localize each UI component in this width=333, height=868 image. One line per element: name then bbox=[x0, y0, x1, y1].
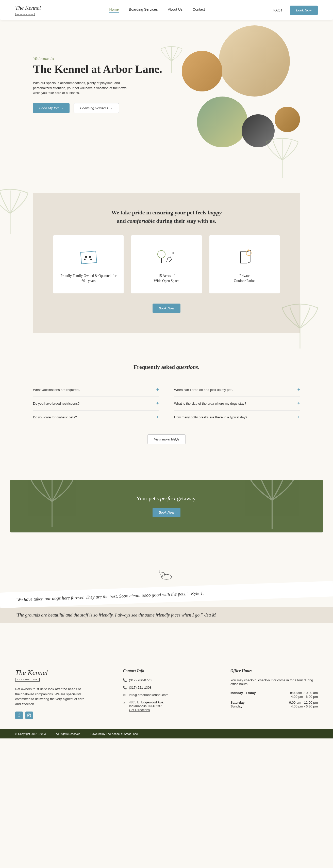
plus-icon: + bbox=[156, 401, 159, 406]
plus-icon: + bbox=[156, 387, 159, 393]
footer-description: Pet owners trust us to look after the ne… bbox=[15, 687, 86, 707]
hero-description: With our spacious accommodations, plenty… bbox=[33, 81, 129, 95]
paw-frame-icon bbox=[58, 245, 119, 268]
faq-item[interactable]: Do you have breed restrictions?+ bbox=[33, 397, 159, 410]
ginkgo-leaf-icon bbox=[259, 137, 305, 183]
instagram-icon[interactable] bbox=[25, 712, 33, 719]
svg-point-12 bbox=[161, 575, 172, 580]
home-icon: ⌂ bbox=[123, 700, 126, 712]
phone-1[interactable]: 📞(317) 786-0773 bbox=[123, 678, 210, 682]
svg-point-2 bbox=[89, 256, 91, 258]
cta-book-button[interactable]: Book Now bbox=[153, 508, 180, 517]
svg-point-4 bbox=[90, 258, 92, 260]
footer: The Kennel AT ARBOR LANE Pet owners trus… bbox=[0, 643, 333, 729]
copyright-bar: © Copyright 2012 - 2023 All Rights Reser… bbox=[0, 729, 333, 739]
svg-rect-8 bbox=[241, 252, 247, 263]
feature-card-patios: Private Outdoor Patios bbox=[209, 235, 280, 293]
plus-icon: + bbox=[297, 401, 300, 406]
faq-item[interactable]: When can I drop off and pick up my pet?+ bbox=[174, 383, 300, 397]
book-my-pet-button[interactable]: Book My Pet → bbox=[33, 103, 70, 113]
feature-text: 15 Acres of Wide Open Space bbox=[136, 273, 196, 283]
welcome-text: Welcome to bbox=[33, 56, 166, 61]
features-section: We take pride in ensuring your pet feels… bbox=[33, 193, 300, 333]
svg-point-15 bbox=[28, 715, 30, 716]
view-more-faqs-button[interactable]: View more FAQs bbox=[147, 434, 186, 444]
testimonial: "The grounds are beautiful and the staff… bbox=[0, 608, 333, 623]
cta-banner: Your pet's perfect getaway. Book Now bbox=[10, 480, 323, 532]
hero-image-dog-large bbox=[219, 25, 290, 96]
hero-image-house bbox=[197, 96, 248, 147]
features-book-button[interactable]: Book Now bbox=[153, 304, 180, 313]
hero-images bbox=[166, 41, 300, 168]
boarding-services-button[interactable]: Boarding Services → bbox=[74, 103, 119, 113]
svg-point-13 bbox=[161, 572, 165, 577]
phone-icon: 📞 bbox=[123, 678, 126, 682]
faq-item[interactable]: How many potty breaks are there in a typ… bbox=[174, 410, 300, 424]
nav-contact[interactable]: Contact bbox=[193, 7, 205, 13]
svg-point-1 bbox=[85, 256, 87, 258]
phone-2[interactable]: 📞(317) 221-1308 bbox=[123, 686, 210, 689]
hours-row: Saturday Sunday 9:00 am - 12:00 pm 4:00 … bbox=[230, 701, 318, 708]
svg-point-3 bbox=[84, 258, 86, 260]
nav-about[interactable]: About Us bbox=[168, 7, 182, 13]
testimonial: "We have taken our dogs here forever. Th… bbox=[0, 581, 333, 608]
svg-point-16 bbox=[30, 714, 30, 715]
faq-title: Frequently asked questions. bbox=[33, 364, 300, 370]
header: The Kennel AT ARBOR LANE Home Boarding S… bbox=[0, 0, 333, 20]
ginkgo-leaf-icon bbox=[237, 480, 308, 532]
ginkgo-leaf-icon bbox=[0, 188, 36, 239]
nav-boarding[interactable]: Boarding Services bbox=[129, 7, 158, 13]
testimonials-section: "We have taken our dogs here forever. Th… bbox=[0, 548, 333, 643]
door-sun-icon bbox=[214, 245, 275, 268]
dog-tree-icon bbox=[136, 245, 196, 268]
feature-text: Private Outdoor Patios bbox=[214, 273, 275, 283]
svg-point-5 bbox=[158, 250, 165, 258]
footer-logo: The Kennel bbox=[15, 669, 103, 677]
feature-card-acres: 15 Acres of Wide Open Space bbox=[131, 235, 202, 293]
main-nav: Home Boarding Services About Us Contact bbox=[109, 7, 205, 13]
email-icon: ✉ bbox=[123, 693, 126, 697]
logo[interactable]: The Kennel AT ARBOR LANE bbox=[15, 5, 41, 16]
hero-image-golden bbox=[275, 107, 300, 132]
plus-icon: + bbox=[297, 387, 300, 393]
dog-sketch-icon bbox=[156, 568, 177, 581]
plus-icon: + bbox=[297, 414, 300, 420]
hero-section: Welcome to The Kennel at Arbor Lane. Wit… bbox=[0, 20, 333, 193]
features-title: We take pride in ensuring your pet feels… bbox=[53, 208, 280, 225]
svg-point-7 bbox=[172, 252, 174, 253]
facebook-icon[interactable]: f bbox=[15, 712, 23, 719]
hero-image-dog-small bbox=[182, 51, 222, 91]
email[interactable]: ✉info@arborlanekennel.com bbox=[123, 693, 210, 697]
feature-text: Proudly Family Owned & Operated for 60+ … bbox=[58, 273, 119, 283]
phone-icon: 📞 bbox=[123, 686, 126, 689]
svg-rect-0 bbox=[80, 251, 97, 264]
address: ⌂4835 E. Edgewood Ave.Indianapolis, IN 4… bbox=[123, 700, 210, 712]
nav-home[interactable]: Home bbox=[109, 7, 119, 13]
nav-faqs[interactable]: FAQs bbox=[273, 8, 282, 12]
hero-title: The Kennel at Arbor Lane. bbox=[33, 63, 166, 75]
plus-icon: + bbox=[156, 414, 159, 420]
ginkgo-leaf-icon bbox=[156, 46, 187, 76]
contact-heading: Contact Info bbox=[123, 669, 210, 673]
ginkgo-leaf-icon bbox=[20, 480, 84, 532]
faq-item[interactable]: Do you care for diabetic pets?+ bbox=[33, 410, 159, 424]
faq-item[interactable]: What vaccinations are required?+ bbox=[33, 383, 159, 397]
hours-heading: Office Hours bbox=[230, 669, 318, 673]
hours-row: Monday - Friday 8:00 am -10:00 am 4:00 p… bbox=[230, 691, 318, 699]
hours-description: You may check-in, check-out or come in f… bbox=[230, 678, 318, 686]
get-directions-link[interactable]: Get Directions bbox=[129, 708, 150, 712]
book-now-button[interactable]: Book Now bbox=[290, 6, 318, 15]
faq-item[interactable]: What is the size of the area where my do… bbox=[174, 397, 300, 410]
ginkgo-leaf-icon bbox=[275, 303, 325, 353]
feature-card-family: Proudly Family Owned & Operated for 60+ … bbox=[53, 235, 124, 293]
